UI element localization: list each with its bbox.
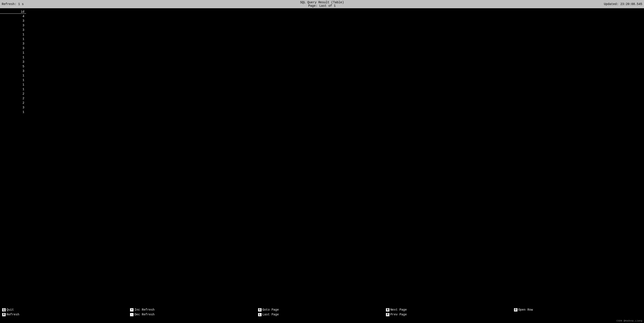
next-page-label: Next Page xyxy=(390,308,407,312)
goto-page-label: Goto Page xyxy=(262,308,279,312)
dec-refresh-label: Dec Refresh xyxy=(134,313,154,316)
footer-col-2: + Inc Refresh - Dec Refresh xyxy=(130,308,258,316)
table-row: 3 xyxy=(0,19,26,23)
watermark: CSDN @Hadoop_Liang xyxy=(616,320,642,322)
footer-col-4: N Next Page P Prev Page xyxy=(386,308,514,316)
table-row: 1 xyxy=(0,82,26,87)
footer-item-quit[interactable]: Q Quit xyxy=(2,308,130,312)
table-row: 3 xyxy=(0,60,26,64)
inc-refresh-label: Inc Refresh xyxy=(134,308,154,312)
data-rows-container: 4333113311353111122231 xyxy=(0,14,644,114)
table-row: 3 xyxy=(0,69,26,73)
footer-item-next-page[interactable]: N Next Page xyxy=(386,308,514,312)
inc-refresh-key: + xyxy=(130,308,134,312)
page-title: SQL Query Result (Table) xyxy=(300,1,344,4)
updated-time: Updated: 23:20:08.545 xyxy=(604,2,642,6)
quit-label: Quit xyxy=(6,308,14,312)
table-row: 1 xyxy=(0,32,26,37)
table-row: 1 xyxy=(0,73,26,78)
header-bar: Refresh: 1 s SQL Query Result (Table) Pa… xyxy=(0,0,644,8)
footer-bar: Q Quit R Refresh + Inc Refresh - Dec Ref… xyxy=(0,301,644,323)
refresh-status: Refresh: 1 s xyxy=(2,2,24,6)
table-row: 5 xyxy=(0,64,26,69)
footer-item-goto-page[interactable]: G Goto Page xyxy=(258,308,386,312)
table-row: 1 xyxy=(0,55,26,60)
footer-item-refresh[interactable]: R Refresh xyxy=(2,313,130,316)
table-row: 3 xyxy=(0,23,26,28)
footer-item-inc-refresh[interactable]: + Inc Refresh xyxy=(130,308,258,312)
page-info: Page: Last of 1 xyxy=(300,4,344,7)
open-row-key: O xyxy=(514,308,518,312)
last-page-label: Last Page xyxy=(262,313,279,316)
footer-columns: Q Quit R Refresh + Inc Refresh - Dec Ref… xyxy=(0,308,644,316)
goto-page-key: G xyxy=(258,308,262,312)
table-row: 2 xyxy=(0,96,26,101)
prev-page-label: Prev Page xyxy=(390,313,407,316)
refresh-label: Refresh xyxy=(6,313,19,316)
column-header-id: id xyxy=(0,10,26,14)
footer-item-dec-refresh[interactable]: - Dec Refresh xyxy=(130,313,258,316)
table-row: 2 xyxy=(0,92,26,96)
table-row: 1 xyxy=(0,78,26,82)
table-row: 3 xyxy=(0,28,26,32)
next-page-key: N xyxy=(386,308,390,312)
header-center: SQL Query Result (Table) Page: Last of 1 xyxy=(300,1,344,7)
table-row: 3 xyxy=(0,46,26,51)
table-row: 4 xyxy=(0,14,26,19)
footer-col-5: O Open Row xyxy=(514,308,642,316)
last-page-key: L xyxy=(258,313,262,316)
table-row: 1 xyxy=(0,110,26,114)
footer-col-1: Q Quit R Refresh xyxy=(2,308,130,316)
refresh-key: R xyxy=(2,313,6,316)
table-row: 3 xyxy=(0,105,26,110)
footer-col-3: G Goto Page L Last Page xyxy=(258,308,386,316)
table-row: 2 xyxy=(0,101,26,105)
table-row: 1 xyxy=(0,51,26,55)
quit-key: Q xyxy=(2,308,6,312)
prev-page-key: P xyxy=(386,313,390,316)
footer-item-open-row[interactable]: O Open Row xyxy=(514,308,642,312)
main-content: id 4333113311353111122231 xyxy=(0,8,644,301)
footer-item-last-page[interactable]: L Last Page xyxy=(258,313,386,316)
table-row: 3 xyxy=(0,41,26,46)
open-row-label: Open Row xyxy=(518,308,533,312)
footer-item-prev-page[interactable]: P Prev Page xyxy=(386,313,514,316)
dec-refresh-key: - xyxy=(130,313,134,316)
table-row: 1 xyxy=(0,37,26,41)
table-row: 1 xyxy=(0,87,26,92)
